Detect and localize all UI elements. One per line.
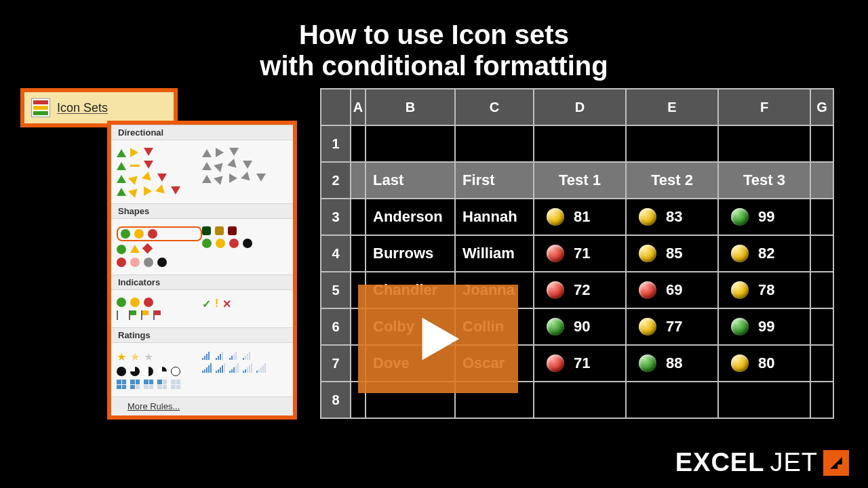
row-hdr-3[interactable]: 3 bbox=[321, 199, 351, 235]
col-D[interactable]: D bbox=[534, 89, 626, 125]
iconset-3signs[interactable] bbox=[117, 245, 202, 254]
cell-score[interactable]: 80 bbox=[718, 345, 810, 382]
cell[interactable] bbox=[351, 199, 366, 235]
cell[interactable] bbox=[810, 235, 833, 272]
col-E[interactable]: E bbox=[626, 89, 718, 125]
score-value: 90 bbox=[574, 318, 590, 336]
cell-first[interactable]: William bbox=[455, 235, 534, 272]
iconset-5boxes[interactable] bbox=[117, 380, 202, 389]
cell-score[interactable]: 78 bbox=[718, 272, 810, 308]
cell[interactable] bbox=[810, 125, 833, 162]
iconset-5ratings[interactable] bbox=[202, 363, 288, 373]
iconset-3trafficlights-unrimmed[interactable] bbox=[117, 226, 202, 241]
iconset-3arrows-colored[interactable] bbox=[117, 148, 202, 157]
hdr-test2[interactable]: Test 2 bbox=[626, 162, 718, 199]
cell[interactable] bbox=[626, 125, 718, 162]
cell[interactable] bbox=[718, 382, 810, 418]
cell-last[interactable]: Burrows bbox=[366, 235, 455, 272]
cell[interactable] bbox=[351, 162, 366, 199]
cell-score[interactable]: 81 bbox=[534, 199, 626, 235]
cell[interactable] bbox=[366, 125, 455, 162]
cell[interactable] bbox=[810, 162, 833, 199]
cell-score[interactable]: 83 bbox=[626, 199, 718, 235]
col-A[interactable]: A bbox=[351, 89, 366, 125]
corner-cell[interactable] bbox=[321, 89, 351, 125]
cell-score[interactable]: 88 bbox=[626, 345, 718, 382]
cell[interactable] bbox=[626, 382, 718, 418]
cell[interactable] bbox=[810, 199, 833, 235]
iconset-5quarters[interactable] bbox=[117, 367, 202, 376]
iconset-5arrows-colored[interactable] bbox=[117, 186, 202, 196]
score-value: 88 bbox=[666, 354, 682, 372]
iconset-3flags[interactable]: .flag.g::after{background:#3a9d23} bbox=[117, 310, 202, 320]
iconset-4arrows-gray[interactable] bbox=[202, 161, 288, 170]
iconset-3arrows-gray[interactable] bbox=[202, 148, 288, 157]
cell-score[interactable]: 77 bbox=[626, 308, 718, 345]
iconset-4ratings[interactable] bbox=[202, 350, 288, 360]
iconset-3trafficlights-rimmed[interactable] bbox=[202, 226, 288, 235]
row-hdr-8[interactable]: 8 bbox=[321, 382, 351, 418]
traffic-light-icon bbox=[731, 245, 749, 262]
cell-score[interactable]: 69 bbox=[626, 272, 718, 308]
traffic-light-icon bbox=[639, 354, 656, 372]
cell[interactable] bbox=[810, 308, 833, 345]
iconset-3symbols-circled[interactable] bbox=[117, 298, 202, 307]
traffic-light-icon bbox=[639, 281, 656, 299]
cell[interactable] bbox=[351, 235, 366, 272]
col-G[interactable]: G bbox=[810, 89, 833, 125]
score-value: 85 bbox=[666, 245, 682, 262]
hdr-test3[interactable]: Test 3 bbox=[718, 162, 810, 199]
cell[interactable] bbox=[718, 125, 810, 162]
play-button[interactable] bbox=[358, 285, 518, 393]
cell-score[interactable]: 99 bbox=[718, 199, 810, 235]
cell-score[interactable]: 72 bbox=[534, 272, 626, 308]
row-hdr-2[interactable]: 2 bbox=[321, 162, 351, 199]
svg-marker-1 bbox=[830, 457, 842, 469]
row-hdr-1[interactable]: 1 bbox=[321, 125, 351, 162]
iconset-3symbols-uncircled[interactable]: ✓!✕ bbox=[202, 298, 288, 310]
cell[interactable] bbox=[810, 345, 833, 382]
cell-score[interactable]: 99 bbox=[718, 308, 810, 345]
row-hdr-6[interactable]: 6 bbox=[321, 308, 351, 345]
cell-score[interactable]: 85 bbox=[626, 235, 718, 272]
cell[interactable] bbox=[455, 125, 534, 162]
hdr-last[interactable]: Last bbox=[366, 162, 455, 199]
cell-last[interactable]: Anderson bbox=[366, 199, 455, 235]
more-rules-link[interactable]: More Rules... bbox=[111, 396, 293, 415]
col-B[interactable]: B bbox=[366, 89, 455, 125]
cell-score[interactable]: 71 bbox=[534, 345, 626, 382]
section-indicators: Indicators bbox=[111, 274, 293, 290]
cell[interactable] bbox=[810, 272, 833, 308]
traffic-light-icon bbox=[547, 208, 564, 226]
cell[interactable] bbox=[810, 382, 833, 418]
cell-score[interactable]: 90 bbox=[534, 308, 626, 345]
cell[interactable] bbox=[534, 125, 626, 162]
score-value: 69 bbox=[666, 281, 682, 299]
col-C[interactable]: C bbox=[455, 89, 534, 125]
iconset-5arrows-gray[interactable] bbox=[202, 174, 288, 183]
page-title: How to use Icon sets with conditional fo… bbox=[0, 0, 868, 95]
cell[interactable] bbox=[534, 382, 626, 418]
iconset-4trafficlights[interactable] bbox=[202, 239, 288, 248]
row-hdr-4[interactable]: 4 bbox=[321, 235, 351, 272]
iconset-redtoblack[interactable] bbox=[117, 258, 202, 267]
iconset-3triangles[interactable] bbox=[117, 161, 202, 170]
cell-score[interactable]: 71 bbox=[534, 235, 626, 272]
row-hdr-5[interactable]: 5 bbox=[321, 272, 351, 308]
traffic-light-icon bbox=[731, 318, 749, 336]
cell[interactable] bbox=[351, 125, 366, 162]
traffic-light-icon bbox=[731, 208, 749, 226]
title-line-1: How to use Icon sets bbox=[299, 20, 569, 49]
indicators-rows: .flag.g::after{background:#3a9d23} ✓!✕ bbox=[111, 290, 293, 327]
iconset-4arrows-colored[interactable] bbox=[117, 174, 202, 183]
cell-score[interactable]: 82 bbox=[718, 235, 810, 272]
score-value: 82 bbox=[758, 245, 774, 262]
score-value: 72 bbox=[574, 281, 590, 299]
cell-first[interactable]: Hannah bbox=[455, 199, 534, 235]
row-hdr-7[interactable]: 7 bbox=[321, 345, 351, 382]
hdr-first[interactable]: First bbox=[455, 162, 534, 199]
traffic-light-icon bbox=[547, 245, 564, 262]
iconset-3stars[interactable]: ★★★ bbox=[117, 350, 202, 363]
col-F[interactable]: F bbox=[718, 89, 810, 125]
hdr-test1[interactable]: Test 1 bbox=[534, 162, 626, 199]
